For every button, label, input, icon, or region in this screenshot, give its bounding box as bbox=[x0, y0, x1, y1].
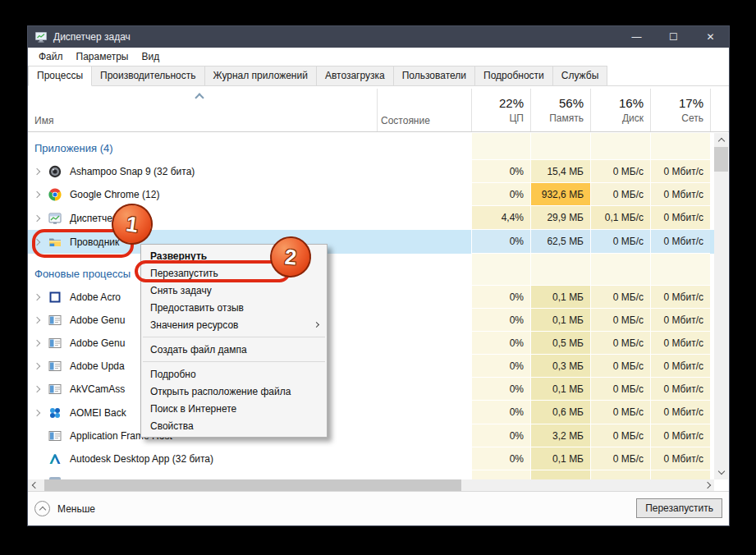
process-row[interactable]: Ashampoo Snap 9 (32 бита)0%15,4 МБ0 МБ/с… bbox=[28, 160, 716, 183]
memory-cell bbox=[530, 254, 590, 286]
tab-2[interactable]: Журнал приложений bbox=[204, 66, 317, 85]
network-cell: 0 Мбит/с bbox=[650, 206, 710, 230]
process-row[interactable]: Application Frame Host0%3,2 МБ0 МБ/с0 Мб… bbox=[28, 424, 716, 447]
column-heat-3[interactable]: 17%Сеть bbox=[650, 86, 710, 132]
column-heat-2[interactable]: 16%Диск bbox=[590, 86, 650, 132]
cpu-cell: 0% bbox=[471, 424, 530, 447]
column-status[interactable]: Состояние bbox=[381, 115, 430, 126]
fewer-details-toggle[interactable]: Меньше bbox=[34, 501, 95, 516]
memory-cell: 0,1 МБ bbox=[530, 447, 590, 470]
memory-cell: 932,6 МБ bbox=[530, 183, 590, 206]
disk-cell: 0 МБ/с bbox=[590, 230, 650, 254]
memory-cell: 0,1 МБ bbox=[530, 309, 590, 332]
menubar-item-2[interactable]: Вид bbox=[135, 48, 166, 65]
tab-1[interactable]: Производительность bbox=[91, 66, 204, 85]
section-label: Фоновые процессы bbox=[34, 268, 131, 280]
cpu-cell: 0% bbox=[471, 286, 530, 309]
network-cell: 0 Мбит/с bbox=[650, 309, 710, 332]
memory-cell: 0,1 МБ bbox=[530, 378, 590, 401]
expand-chevron-icon[interactable] bbox=[34, 191, 40, 198]
scroll-up-arrow-icon[interactable] bbox=[714, 133, 728, 147]
column-header: Имя Состояние 22%ЦП56%Память16%Диск17%Се… bbox=[28, 86, 729, 132]
tab-5[interactable]: Подробности bbox=[474, 66, 553, 85]
autodesk-icon bbox=[48, 452, 62, 466]
process-row[interactable]: AkVCamAss0%0,1 МБ0 МБ/с0 Мбит/с bbox=[28, 378, 716, 401]
disk-cell bbox=[590, 254, 650, 286]
menubar-item-1[interactable]: Параметры bbox=[70, 48, 135, 65]
context-menu-item-8[interactable]: Подробно bbox=[141, 365, 327, 383]
maximize-button[interactable]: ☐ bbox=[655, 26, 692, 48]
process-row[interactable]: AOMEI Back0%0,6 МБ0 МБ/с0 Мбит/с bbox=[28, 401, 716, 424]
context-menu-item-2[interactable]: Снять задачу bbox=[141, 282, 327, 299]
process-name-area: Ashampoo Snap 9 (32 бита) bbox=[28, 160, 471, 183]
process-row[interactable]: Google Chrome (12)0%932,6 МБ0 МБ/с0 Мбит… bbox=[28, 183, 716, 206]
expand-chevron-icon[interactable] bbox=[34, 168, 40, 175]
cpu-cell: 0% bbox=[471, 332, 530, 355]
context-menu-item-6[interactable]: Создать файл дампа bbox=[141, 341, 327, 358]
disk-cell: 0,1 МБ/с bbox=[590, 206, 650, 230]
expand-chevron-icon[interactable] bbox=[34, 294, 40, 300]
tab-4[interactable]: Пользователи bbox=[393, 66, 475, 85]
annotation-rect-restart bbox=[135, 260, 291, 282]
context-menu-item-9[interactable]: Открыть расположение файла bbox=[141, 383, 327, 400]
process-name: Adobe Genu bbox=[70, 337, 125, 349]
window-icon bbox=[48, 314, 62, 327]
window-title: Диспетчер задач bbox=[53, 31, 618, 43]
cpu-cell bbox=[471, 470, 530, 479]
expand-chevron-icon[interactable] bbox=[34, 340, 40, 346]
process-name: Adobe Acro bbox=[70, 291, 121, 303]
process-row[interactable]: Adobe Acro0%0,1 МБ0 МБ/с0 Мбит/с bbox=[28, 286, 716, 309]
context-menu-item-10[interactable]: Поиск в Интернете bbox=[141, 400, 327, 417]
disk-cell: 0 МБ/с bbox=[590, 332, 650, 355]
network-cell: 0 Мбит/с bbox=[650, 447, 710, 470]
ashampoo-icon bbox=[48, 165, 62, 178]
vertical-scrollbar-thumb[interactable] bbox=[714, 147, 728, 172]
tab-6[interactable]: Службы bbox=[552, 66, 607, 85]
section-row[interactable]: Приложения (4) bbox=[28, 133, 716, 160]
disk-cell: 0 МБ/с bbox=[590, 183, 650, 206]
column-name[interactable]: Имя bbox=[34, 115, 53, 126]
horizontal-scrollbar[interactable] bbox=[28, 479, 714, 491]
window-icon bbox=[48, 360, 62, 373]
window-icon bbox=[48, 429, 62, 443]
context-menu-item-4[interactable]: Значения ресурсов bbox=[141, 316, 327, 333]
context-menu-item-11[interactable]: Свойства bbox=[141, 417, 327, 434]
process-name-area: Autodesk Desktop App (32 бита) bbox=[28, 447, 471, 470]
vertical-scrollbar[interactable] bbox=[714, 133, 728, 479]
context-menu-item-3[interactable]: Предоставить отзыв bbox=[141, 299, 327, 316]
expand-chevron-icon[interactable] bbox=[34, 409, 40, 415]
memory-cell: 0,1 МБ bbox=[530, 286, 590, 309]
memory-cell: 29,9 МБ bbox=[530, 206, 590, 230]
network-cell: 0 Мбит/с bbox=[650, 160, 710, 183]
scroll-right-arrow-icon[interactable] bbox=[703, 479, 714, 491]
process-row[interactable]: Adobe Genu0%0,1 МБ0 МБ/с0 Мбит/с bbox=[28, 309, 716, 332]
disk-cell: 0 МБ/с bbox=[590, 286, 650, 309]
close-button[interactable]: ✕ bbox=[692, 26, 729, 48]
scroll-down-arrow-icon[interactable] bbox=[714, 466, 728, 479]
process-row[interactable]: Autodesk Desktop App (32 бита)0%0,1 МБ0 … bbox=[28, 447, 716, 470]
horizontal-scrollbar-thumb[interactable] bbox=[44, 479, 461, 491]
expand-chevron-icon[interactable] bbox=[34, 363, 40, 369]
process-name-area: Диспетчер задач bbox=[28, 206, 471, 230]
process-row[interactable]: Adobe Genu0%0,5 МБ0 МБ/с0 Мбит/с bbox=[28, 332, 716, 355]
cpu-cell bbox=[471, 254, 530, 286]
column-heat-1[interactable]: 56%Память bbox=[530, 86, 590, 132]
scroll-left-arrow-icon[interactable] bbox=[28, 479, 39, 491]
process-row[interactable] bbox=[28, 470, 716, 479]
expand-chevron-icon[interactable] bbox=[34, 386, 40, 392]
footer-bar: Меньше Перезапустить bbox=[28, 491, 729, 525]
expand-chevron-icon[interactable] bbox=[34, 317, 40, 323]
minimize-button[interactable]: — bbox=[618, 26, 655, 48]
tab-0[interactable]: Процессы bbox=[28, 66, 92, 86]
column-heat-0[interactable]: 22%ЦП bbox=[471, 86, 530, 132]
tab-3[interactable]: Автозагрузка bbox=[316, 66, 394, 85]
section-row[interactable]: Фоновые процессы bbox=[28, 254, 716, 286]
restart-button[interactable]: Перезапустить bbox=[636, 498, 722, 518]
fewer-details-label: Меньше bbox=[57, 503, 95, 515]
disk-cell: 0 МБ/с bbox=[590, 424, 650, 447]
sort-ascending-icon[interactable] bbox=[195, 93, 204, 102]
menubar-item-0[interactable]: Файл bbox=[32, 48, 70, 65]
expand-chevron-icon[interactable] bbox=[34, 214, 40, 221]
aomei-icon bbox=[48, 406, 62, 420]
process-row[interactable]: Adobe Upda0%0,3 МБ0 МБ/с0 Мбит/с bbox=[28, 355, 716, 378]
